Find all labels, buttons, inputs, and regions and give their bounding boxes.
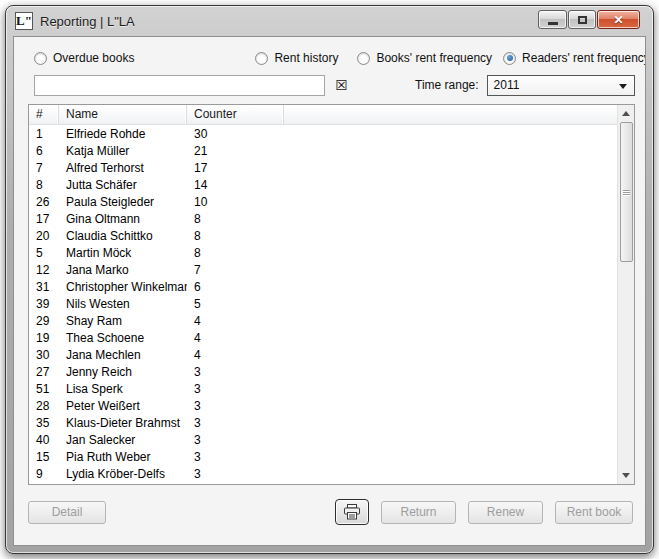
table-cell: Jan Salecker: [59, 433, 187, 447]
scroll-down-button[interactable]: [618, 467, 635, 484]
table-cell: 6: [187, 280, 284, 294]
scrollbar-grip-icon: [623, 189, 630, 196]
filter-row: ☒ Time range: 2011: [34, 74, 635, 96]
chevron-down-icon: [619, 84, 627, 89]
table-row[interactable]: 29Shay Ram4: [29, 312, 617, 329]
time-range-select[interactable]: 2011: [487, 75, 635, 96]
table-row[interactable]: 39Nils Westen5: [29, 295, 617, 312]
table-cell: 8: [187, 212, 284, 226]
column-header-name[interactable]: Name: [59, 105, 187, 124]
table-cell: Thea Schoene: [59, 331, 187, 345]
table-row[interactable]: 27Jenny Reich3: [29, 363, 617, 380]
table-cell: Jana Marko: [59, 263, 187, 277]
radio-readers-rent-frequency[interactable]: Readers' rent frequency: [503, 51, 646, 65]
detail-button[interactable]: Detail: [28, 501, 106, 524]
table-cell: 51: [29, 382, 59, 396]
time-range-label: Time range:: [415, 78, 479, 92]
print-button[interactable]: [335, 499, 369, 525]
printer-icon: [343, 504, 361, 520]
column-header-counter[interactable]: Counter: [187, 105, 284, 124]
table-cell: Elfriede Rohde: [59, 127, 187, 141]
radio-books-rent-frequency[interactable]: Books' rent frequency: [357, 51, 492, 65]
titlebar[interactable]: L" Reporting | L"LA ✕: [13, 6, 646, 36]
table-cell: 27: [29, 365, 59, 379]
table-cell: 30: [187, 127, 284, 141]
table-row[interactable]: 28Peter Weißert3: [29, 397, 617, 414]
table-row[interactable]: 12Jana Marko7: [29, 261, 617, 278]
return-button[interactable]: Return: [381, 501, 456, 524]
table-row[interactable]: 31Christopher Winkelmann6: [29, 278, 617, 295]
close-icon: ✕: [613, 14, 623, 26]
table-cell: 3: [187, 433, 284, 447]
table-row[interactable]: 30Jana Mechlen4: [29, 346, 617, 363]
clear-search-button[interactable]: ☒: [333, 77, 350, 94]
table-row[interactable]: 19Thea Schoene4: [29, 329, 617, 346]
table-row[interactable]: 1Elfriede Rohde30: [29, 125, 617, 142]
table-row[interactable]: 20Claudia Schittko8: [29, 227, 617, 244]
table-cell: 8: [187, 246, 284, 260]
radio-label: Readers' rent frequency: [522, 51, 646, 65]
table-row[interactable]: 9Lydia Kröber-Delfs3: [29, 465, 617, 482]
reporting-window: L" Reporting | L"LA ✕ Overdue books Rent…: [5, 5, 654, 554]
vertical-scrollbar[interactable]: [617, 105, 634, 484]
table-cell: 3: [187, 382, 284, 396]
radio-icon: [503, 52, 516, 65]
table-row[interactable]: 26Paula Steigleder10: [29, 193, 617, 210]
radio-rent-history[interactable]: Rent history: [255, 51, 338, 65]
table-cell: Christopher Winkelmann: [59, 280, 187, 294]
radio-overdue-books[interactable]: Overdue books: [34, 51, 134, 65]
rent-book-button[interactable]: Rent book: [555, 501, 633, 524]
table-cell: 3: [187, 399, 284, 413]
search-input[interactable]: [34, 75, 325, 96]
table-row[interactable]: 35Klaus-Dieter Brahmst3: [29, 414, 617, 431]
table-cell: Peter Weißert: [59, 399, 187, 413]
table-cell: 5: [29, 246, 59, 260]
table-cell: Alfred Terhorst: [59, 161, 187, 175]
table-row[interactable]: 15Pia Ruth Weber3: [29, 448, 617, 465]
radio-icon: [255, 52, 268, 65]
minimize-icon: [548, 22, 558, 25]
column-header-number[interactable]: #: [29, 105, 59, 124]
table-cell: Klaus-Dieter Brahmst: [59, 416, 187, 430]
table-cell: 4: [187, 314, 284, 328]
action-bar: Detail Return Renew Rent book: [28, 499, 633, 525]
table-row[interactable]: 40Jan Salecker3: [29, 431, 617, 448]
table-cell: 31: [29, 280, 59, 294]
table-row[interactable]: 6Katja Müller21: [29, 142, 617, 159]
table-cell: 39: [29, 297, 59, 311]
minimize-button[interactable]: [538, 10, 567, 29]
scroll-up-icon: [622, 111, 630, 116]
client-area: Overdue books Rent history Books' rent f…: [13, 36, 646, 546]
table-cell: 3: [187, 365, 284, 379]
maximize-button[interactable]: [568, 10, 596, 29]
table-cell: 17: [29, 212, 59, 226]
close-button[interactable]: ✕: [597, 10, 640, 29]
table-cell: Jana Mechlen: [59, 348, 187, 362]
window-controls: ✕: [538, 10, 640, 29]
table-cell: 4: [187, 331, 284, 345]
table-cell: Pia Ruth Weber: [59, 450, 187, 464]
column-header-filler: [284, 105, 634, 124]
table-cell: 5: [187, 297, 284, 311]
table-cell: Claudia Schittko: [59, 229, 187, 243]
table-cell: 29: [29, 314, 59, 328]
table-cell: Martin Möck: [59, 246, 187, 260]
table-row[interactable]: 5Martin Möck8: [29, 244, 617, 261]
maximize-icon: [578, 16, 587, 24]
table-cell: 28: [29, 399, 59, 413]
table-cell: 17: [187, 161, 284, 175]
scrollbar-thumb[interactable]: [620, 122, 633, 262]
table-cell: 3: [187, 416, 284, 430]
table-cell: 6: [29, 144, 59, 158]
table-row[interactable]: 7Alfred Terhorst17: [29, 159, 617, 176]
table-cell: 8: [29, 178, 59, 192]
radio-label: Overdue books: [53, 51, 134, 65]
table-row[interactable]: 17Gina Oltmann8: [29, 210, 617, 227]
renew-button[interactable]: Renew: [468, 501, 543, 524]
window-title: Reporting | L"LA: [40, 14, 135, 29]
table-cell: Gina Oltmann: [59, 212, 187, 226]
scroll-up-button[interactable]: [618, 105, 635, 122]
table-cell: Nils Westen: [59, 297, 187, 311]
table-row[interactable]: 51Lisa Sperk3: [29, 380, 617, 397]
table-row[interactable]: 8Jutta Schäfer14: [29, 176, 617, 193]
